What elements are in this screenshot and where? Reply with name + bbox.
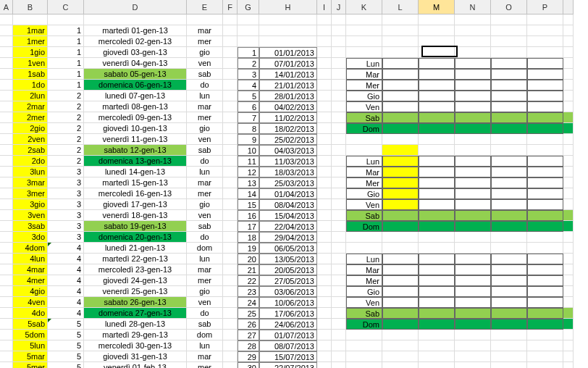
cell-i[interactable] [317,123,332,134]
cell-j[interactable] [332,145,346,156]
cell-i[interactable] [317,156,332,167]
cell-end[interactable] [563,156,574,167]
cell-a[interactable] [0,330,13,340]
cell-o[interactable] [491,123,527,134]
cell-o[interactable] [491,25,527,36]
cell-l[interactable] [382,340,419,351]
cell-b[interactable]: 4ven [13,297,48,308]
cell-e[interactable]: gio [187,47,223,58]
cell-o[interactable] [491,221,527,232]
cell-h[interactable] [259,36,317,47]
cell-p[interactable] [527,286,563,297]
cell-e[interactable]: gio [187,123,223,134]
cell-f[interactable] [223,69,238,80]
cell-d[interactable]: sabato 05-gen-13 [84,69,187,80]
col-header-H[interactable]: H [259,0,317,14]
cell-n[interactable] [455,167,491,177]
cell-m[interactable] [419,254,455,264]
col-header-P[interactable]: P [527,0,563,14]
cell-i[interactable] [317,351,332,362]
cell-e[interactable]: sab [187,145,223,156]
cell-e[interactable]: gio [187,286,223,297]
cell-c[interactable]: 3 [48,167,84,177]
cell-a[interactable] [0,47,13,58]
cell-o[interactable] [491,69,527,80]
cell-h[interactable]: 13/05/2013 [259,254,317,264]
cell-n[interactable] [455,243,491,254]
cell-d[interactable]: lunedì 28-gen-13 [84,319,187,330]
cell-k[interactable] [346,330,382,340]
cell-end[interactable] [563,351,574,362]
cell-k[interactable]: Sab [346,112,382,123]
cell-c[interactable]: 1 [48,36,84,47]
cell-f[interactable] [223,47,238,58]
cell-l[interactable] [382,177,419,188]
cell-end[interactable] [563,47,574,58]
cell-d[interactable]: giovedì 24-gen-13 [84,275,187,286]
cell-g[interactable]: 13 [238,177,259,188]
cell-j[interactable] [332,69,346,80]
cell-b[interactable]: 1mer [13,36,48,47]
cell-e[interactable]: ven [187,297,223,308]
cell-i[interactable] [317,167,332,177]
cell-g[interactable]: 19 [238,243,259,254]
cell-i[interactable] [317,264,332,275]
cell-b[interactable]: 2ven [13,134,48,145]
cell-c[interactable]: 5 [48,340,84,351]
cell-g[interactable]: 6 [238,101,259,112]
cell-o[interactable] [491,167,527,177]
cell-i[interactable] [317,25,332,36]
cell-h[interactable] [259,25,317,36]
cell-f[interactable] [223,36,238,47]
cell-n[interactable] [455,297,491,308]
cell-i[interactable] [317,221,332,232]
cell-m[interactable] [419,297,455,308]
cell-k[interactable]: Dom [346,319,382,330]
cell-k[interactable]: Sab [346,308,382,319]
cell-empty[interactable] [13,14,48,25]
cell-h[interactable]: 01/01/2013 [259,47,317,58]
cell-h[interactable]: 03/06/2013 [259,286,317,297]
col-header-A[interactable]: A [0,0,13,14]
cell-m[interactable] [419,91,455,101]
cell-g[interactable]: 18 [238,232,259,243]
cell-d[interactable]: mercoledì 30-gen-13 [84,340,187,351]
cell-i[interactable] [317,297,332,308]
cell-d[interactable]: lunedì 21-gen-13 [84,243,187,254]
cell-g[interactable]: 25 [238,308,259,319]
cell-b[interactable]: 3do [13,232,48,243]
cell-n[interactable] [455,145,491,156]
cell-e[interactable]: ven [187,210,223,221]
cell-l[interactable] [382,275,419,286]
cell-a[interactable] [0,351,13,362]
cell-g[interactable]: 16 [238,210,259,221]
cell-a[interactable] [0,362,13,368]
cell-a[interactable] [0,156,13,167]
cell-c[interactable]: 3 [48,177,84,188]
cell-f[interactable] [223,25,238,36]
cell-end[interactable] [563,123,574,134]
cell-n[interactable] [455,319,491,330]
cell-l[interactable] [382,297,419,308]
cell-o[interactable] [491,91,527,101]
cell-end[interactable] [563,188,574,199]
cell-o[interactable] [491,177,527,188]
col-header-N[interactable]: N [455,0,491,14]
cell-n[interactable] [455,362,491,368]
cell-end[interactable] [563,232,574,243]
cell-end[interactable] [563,340,574,351]
cell-j[interactable] [332,188,346,199]
cell-i[interactable] [317,134,332,145]
cell-n[interactable] [455,308,491,319]
cell-e[interactable]: dom [187,330,223,340]
cell-d[interactable]: giovedì 31-gen-13 [84,351,187,362]
col-header-M[interactable]: M [419,0,455,14]
cell-k[interactable]: Ven [346,101,382,112]
cell-k[interactable]: Mer [346,177,382,188]
cell-j[interactable] [332,167,346,177]
cell-h[interactable]: 11/03/2013 [259,156,317,167]
cell-k[interactable] [346,232,382,243]
cell-b[interactable]: 3ven [13,210,48,221]
cell-a[interactable] [0,134,13,145]
cell-m[interactable] [419,101,455,112]
